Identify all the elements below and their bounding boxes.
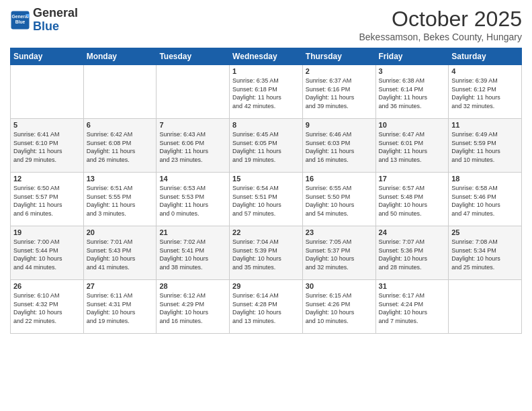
day-info: Sunrise: 6:12 AM Sunset: 4:29 PM Dayligh… xyxy=(159,291,226,325)
location-subtitle: Bekessamson, Bekes County, Hungary xyxy=(359,32,522,42)
day-info: Sunrise: 6:47 AM Sunset: 6:01 PM Dayligh… xyxy=(379,130,446,164)
calendar-cell: 2Sunrise: 6:37 AM Sunset: 6:16 PM Daylig… xyxy=(302,65,375,119)
day-info: Sunrise: 6:58 AM Sunset: 5:46 PM Dayligh… xyxy=(451,184,519,218)
logo-icon: General Blue xyxy=(10,10,30,30)
calendar-cell: 26Sunrise: 6:10 AM Sunset: 4:32 PM Dayli… xyxy=(11,280,84,334)
day-header-saturday: Saturday xyxy=(449,48,522,65)
calendar-cell: 25Sunrise: 7:08 AM Sunset: 5:34 PM Dayli… xyxy=(449,226,522,280)
day-number: 3 xyxy=(379,67,446,75)
calendar-cell xyxy=(83,65,157,119)
day-info: Sunrise: 6:38 AM Sunset: 6:14 PM Dayligh… xyxy=(379,77,446,110)
day-number: 7 xyxy=(159,121,226,129)
calendar-cell: 12Sunrise: 6:50 AM Sunset: 5:57 PM Dayli… xyxy=(11,173,84,226)
day-number: 4 xyxy=(451,67,519,75)
calendar-container: General Blue General Blue October 2025 B… xyxy=(0,0,532,340)
day-header-monday: Monday xyxy=(83,48,157,65)
calendar-thead: SundayMondayTuesdayWednesdayThursdayFrid… xyxy=(11,48,522,65)
calendar-cell: 9Sunrise: 6:46 AM Sunset: 6:03 PM Daylig… xyxy=(302,119,375,173)
week-row-4: 19Sunrise: 7:00 AM Sunset: 5:44 PM Dayli… xyxy=(11,226,522,280)
calendar-cell: 11Sunrise: 6:49 AM Sunset: 5:59 PM Dayli… xyxy=(449,119,522,173)
calendar-cell: 27Sunrise: 6:11 AM Sunset: 4:31 PM Dayli… xyxy=(83,280,157,334)
day-info: Sunrise: 7:02 AM Sunset: 5:41 PM Dayligh… xyxy=(159,238,226,271)
day-info: Sunrise: 6:41 AM Sunset: 6:10 PM Dayligh… xyxy=(13,130,81,164)
month-title: October 2025 xyxy=(359,7,522,32)
svg-text:Blue: Blue xyxy=(15,19,26,24)
day-number: 27 xyxy=(87,282,154,290)
day-info: Sunrise: 6:42 AM Sunset: 6:08 PM Dayligh… xyxy=(87,130,154,164)
logo-general-text: General xyxy=(33,6,78,19)
day-info: Sunrise: 6:11 AM Sunset: 4:31 PM Dayligh… xyxy=(87,291,154,325)
day-number: 24 xyxy=(379,228,446,236)
calendar-cell: 18Sunrise: 6:58 AM Sunset: 5:46 PM Dayli… xyxy=(449,173,522,226)
day-header-sunday: Sunday xyxy=(11,48,84,65)
day-info: Sunrise: 6:50 AM Sunset: 5:57 PM Dayligh… xyxy=(13,184,81,218)
calendar-cell: 23Sunrise: 7:05 AM Sunset: 5:37 PM Dayli… xyxy=(302,226,375,280)
day-header-wednesday: Wednesday xyxy=(230,48,303,65)
calendar-cell: 6Sunrise: 6:42 AM Sunset: 6:08 PM Daylig… xyxy=(83,119,157,173)
calendar-cell: 24Sunrise: 7:07 AM Sunset: 5:36 PM Dayli… xyxy=(375,226,449,280)
calendar-cell: 1Sunrise: 6:35 AM Sunset: 6:18 PM Daylig… xyxy=(230,65,303,119)
calendar-cell: 7Sunrise: 6:43 AM Sunset: 6:06 PM Daylig… xyxy=(157,119,230,173)
day-number: 13 xyxy=(87,175,154,183)
calendar-cell: 15Sunrise: 6:54 AM Sunset: 5:51 PM Dayli… xyxy=(230,173,303,226)
calendar-cell: 17Sunrise: 6:57 AM Sunset: 5:48 PM Dayli… xyxy=(375,173,449,226)
day-info: Sunrise: 6:43 AM Sunset: 6:06 PM Dayligh… xyxy=(159,130,226,164)
calendar-cell xyxy=(11,65,84,119)
day-info: Sunrise: 7:05 AM Sunset: 5:37 PM Dayligh… xyxy=(306,238,373,271)
title-block: October 2025 Bekessamson, Bekes County, … xyxy=(359,7,522,42)
day-info: Sunrise: 6:54 AM Sunset: 5:51 PM Dayligh… xyxy=(232,184,300,218)
day-number: 21 xyxy=(159,228,226,236)
day-number: 22 xyxy=(232,228,300,236)
calendar-body: 1Sunrise: 6:35 AM Sunset: 6:18 PM Daylig… xyxy=(11,65,522,334)
calendar-cell: 20Sunrise: 7:01 AM Sunset: 5:43 PM Dayli… xyxy=(83,226,157,280)
calendar-cell: 14Sunrise: 6:53 AM Sunset: 5:53 PM Dayli… xyxy=(157,173,230,226)
day-info: Sunrise: 7:00 AM Sunset: 5:44 PM Dayligh… xyxy=(13,238,81,271)
week-row-3: 12Sunrise: 6:50 AM Sunset: 5:57 PM Dayli… xyxy=(11,173,522,226)
day-number: 30 xyxy=(306,282,373,290)
day-number: 5 xyxy=(13,121,81,129)
calendar-cell xyxy=(157,65,230,119)
day-number: 9 xyxy=(306,121,373,129)
day-number: 31 xyxy=(379,282,446,290)
day-number: 14 xyxy=(159,175,226,183)
day-info: Sunrise: 6:15 AM Sunset: 4:26 PM Dayligh… xyxy=(306,291,373,325)
calendar-cell: 22Sunrise: 7:04 AM Sunset: 5:39 PM Dayli… xyxy=(230,226,303,280)
logo-blue-text: Blue xyxy=(33,19,59,33)
day-info: Sunrise: 6:10 AM Sunset: 4:32 PM Dayligh… xyxy=(13,291,81,325)
calendar-cell: 19Sunrise: 7:00 AM Sunset: 5:44 PM Dayli… xyxy=(11,226,84,280)
calendar-cell: 8Sunrise: 6:45 AM Sunset: 6:05 PM Daylig… xyxy=(230,119,303,173)
calendar-cell: 21Sunrise: 7:02 AM Sunset: 5:41 PM Dayli… xyxy=(157,226,230,280)
calendar-cell: 3Sunrise: 6:38 AM Sunset: 6:14 PM Daylig… xyxy=(375,65,449,119)
logo: General Blue General Blue xyxy=(10,7,78,34)
week-row-2: 5Sunrise: 6:41 AM Sunset: 6:10 PM Daylig… xyxy=(11,119,522,173)
day-number: 23 xyxy=(306,228,373,236)
day-info: Sunrise: 6:17 AM Sunset: 4:24 PM Dayligh… xyxy=(379,291,446,325)
day-number: 8 xyxy=(232,121,300,129)
day-header-tuesday: Tuesday xyxy=(157,48,230,65)
day-header-friday: Friday xyxy=(375,48,449,65)
day-number: 12 xyxy=(13,175,81,183)
day-info: Sunrise: 6:45 AM Sunset: 6:05 PM Dayligh… xyxy=(232,130,300,164)
day-number: 17 xyxy=(379,175,446,183)
day-number: 6 xyxy=(87,121,154,129)
calendar-cell: 10Sunrise: 6:47 AM Sunset: 6:01 PM Dayli… xyxy=(375,119,449,173)
day-number: 20 xyxy=(87,228,154,236)
day-number: 15 xyxy=(232,175,300,183)
calendar-cell: 31Sunrise: 6:17 AM Sunset: 4:24 PM Dayli… xyxy=(375,280,449,334)
day-number: 18 xyxy=(451,175,519,183)
calendar-cell: 28Sunrise: 6:12 AM Sunset: 4:29 PM Dayli… xyxy=(157,280,230,334)
day-info: Sunrise: 7:01 AM Sunset: 5:43 PM Dayligh… xyxy=(87,238,154,271)
day-info: Sunrise: 6:57 AM Sunset: 5:48 PM Dayligh… xyxy=(379,184,446,218)
calendar-cell: 29Sunrise: 6:14 AM Sunset: 4:28 PM Dayli… xyxy=(230,280,303,334)
week-row-1: 1Sunrise: 6:35 AM Sunset: 6:18 PM Daylig… xyxy=(11,65,522,119)
calendar-header: General Blue General Blue October 2025 B… xyxy=(10,7,522,42)
week-row-5: 26Sunrise: 6:10 AM Sunset: 4:32 PM Dayli… xyxy=(11,280,522,334)
day-info: Sunrise: 6:14 AM Sunset: 4:28 PM Dayligh… xyxy=(232,291,300,325)
day-info: Sunrise: 6:35 AM Sunset: 6:18 PM Dayligh… xyxy=(232,77,300,110)
day-info: Sunrise: 6:55 AM Sunset: 5:50 PM Dayligh… xyxy=(306,184,373,218)
day-number: 26 xyxy=(13,282,81,290)
day-number: 28 xyxy=(159,282,226,290)
calendar-cell: 4Sunrise: 6:39 AM Sunset: 6:12 PM Daylig… xyxy=(449,65,522,119)
day-info: Sunrise: 7:04 AM Sunset: 5:39 PM Dayligh… xyxy=(232,238,300,271)
day-info: Sunrise: 6:46 AM Sunset: 6:03 PM Dayligh… xyxy=(306,130,373,164)
